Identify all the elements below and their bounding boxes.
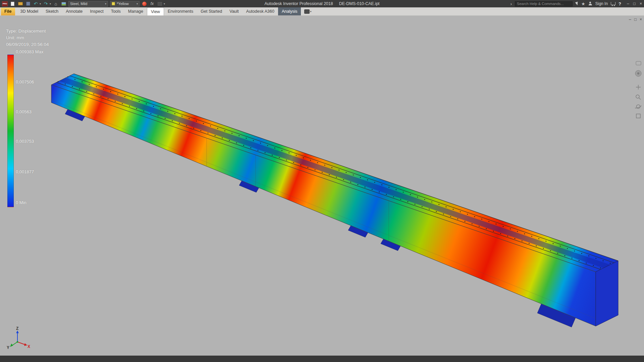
- legend-min-value: 0 Min: [16, 200, 26, 205]
- tab-get-started[interactable]: Get Started: [197, 7, 226, 15]
- appearance-sphere-icon[interactable]: [142, 1, 147, 7]
- redo-dropdown-icon[interactable]: ▾: [50, 2, 51, 5]
- fea-scene: Z Y X: [0, 16, 644, 356]
- triad-x-label: X: [28, 344, 30, 349]
- document-window-controls: – □ ×: [629, 17, 642, 22]
- legend-tick: 0,007506: [16, 79, 34, 84]
- sign-in-button[interactable]: Sign In: [595, 1, 608, 6]
- zoom-icon: [636, 95, 639, 98]
- tab-manage[interactable]: Manage: [124, 7, 147, 15]
- maximize-button[interactable]: □: [633, 1, 636, 6]
- triad-y-label: Y: [7, 345, 9, 350]
- look-at-icon: [636, 114, 640, 118]
- window-controls: – □ ×: [627, 1, 642, 6]
- new-file-icon[interactable]: [10, 1, 15, 7]
- search-expand-icon[interactable]: ›: [511, 1, 512, 6]
- triad-z-label: Z: [16, 326, 18, 331]
- doc-close-button[interactable]: ×: [640, 17, 642, 22]
- legend-unit: Unit: mm: [6, 35, 49, 41]
- legend-color-bar: [7, 55, 14, 207]
- flange-seam: [51, 100, 596, 318]
- tab-environments[interactable]: Environments: [164, 7, 197, 15]
- tab-vault[interactable]: Vault: [226, 7, 243, 15]
- doc-restore-button[interactable]: □: [634, 17, 637, 22]
- tab-analysis[interactable]: Analysis: [278, 7, 301, 15]
- orientation-triad: Z Y X: [7, 326, 30, 350]
- user-icon[interactable]: [588, 2, 592, 6]
- help-icon[interactable]: ?: [619, 1, 621, 6]
- tab-autodesk-a360[interactable]: Autodesk A360: [243, 7, 278, 15]
- model-viewport[interactable]: – □ × Type: Displacement Unit: mm 06/09/…: [0, 16, 644, 356]
- save-icon[interactable]: [25, 1, 31, 7]
- document-title: DE-DMS-010-CAE.ipt: [339, 1, 380, 6]
- beam-back-edge: [74, 74, 618, 261]
- rail-line: [56, 82, 601, 269]
- status-bar: [0, 356, 644, 362]
- rail-channel: [59, 78, 610, 268]
- tab-3d-model[interactable]: 3D Model: [17, 7, 42, 15]
- inventor-logo-icon[interactable]: PRO: [2, 1, 8, 6]
- pan-icon: [636, 85, 641, 89]
- legend-timestamp: 06/09/2019, 20:56:04: [6, 41, 49, 48]
- minimize-button[interactable]: –: [627, 1, 629, 6]
- legend-header: Type: Displacement Unit: mm 06/09/2019, …: [6, 28, 49, 48]
- color-swatch-icon: [112, 2, 115, 5]
- color-caret-icon: ▾: [137, 2, 138, 5]
- color-value: *Yellow: [117, 2, 129, 6]
- render-icon[interactable]: [61, 1, 66, 7]
- color-dropdown[interactable]: *Yellow ▾: [110, 1, 140, 7]
- window-title: Autodesk Inventor Professional 2018 DE-D…: [264, 1, 379, 6]
- app-store-cart-icon[interactable]: [611, 2, 615, 5]
- beam-front-face: [51, 85, 596, 326]
- rail-line: [70, 76, 614, 263]
- beam-model: [51, 74, 618, 327]
- home-view-icon[interactable]: ⌂: [53, 1, 59, 7]
- tab-tools[interactable]: Tools: [107, 7, 124, 15]
- quick-access-toolbar: PRO ↶ ▾ ↷ ▾ ⌂ Steel, Mild ▾ *Yellow ▾ fx…: [2, 1, 165, 7]
- close-button[interactable]: ×: [640, 1, 642, 6]
- legend-tick: 0,00563: [16, 109, 32, 114]
- search-input[interactable]: [515, 1, 573, 6]
- parameters-fx-icon[interactable]: fx: [149, 1, 155, 7]
- nav-options-icon: [636, 61, 641, 65]
- material-dropdown[interactable]: Steel, Mild ▾: [68, 1, 108, 7]
- result-legend: Type: Displacement Unit: mm 06/09/2019, …: [0, 16, 91, 230]
- visibility-icon[interactable]: [304, 9, 310, 14]
- ribbon-extra-tools: ▾: [304, 7, 311, 15]
- titlebar: PRO ↶ ▾ ↷ ▾ ⌂ Steel, Mild ▾ *Yellow ▾ fx…: [0, 0, 644, 7]
- beam-end-cap: [596, 261, 618, 326]
- ribbon-tab-bar: File 3D Model Sketch Annotate Inspect To…: [0, 7, 644, 16]
- tab-inspect[interactable]: Inspect: [86, 7, 107, 15]
- tab-file[interactable]: File: [1, 8, 15, 15]
- doc-minimize-button[interactable]: –: [629, 17, 631, 22]
- legend-result-type: Type: Displacement: [6, 28, 49, 35]
- navigation-toolbar[interactable]: [635, 61, 641, 118]
- redo-icon[interactable]: ↷: [43, 1, 49, 7]
- material-caret-icon: ▾: [105, 2, 106, 5]
- undo-icon[interactable]: ↶: [33, 1, 39, 7]
- undo-dropdown-icon[interactable]: ▾: [40, 2, 41, 5]
- ribbon-extra-caret-icon[interactable]: ▾: [310, 10, 311, 13]
- measure-icon[interactable]: [157, 1, 163, 7]
- tab-sketch[interactable]: Sketch: [42, 7, 62, 15]
- app-title: Autodesk Inventor Professional 2018: [264, 1, 333, 6]
- qat-customize-icon[interactable]: ▾: [164, 2, 165, 5]
- tab-annotate[interactable]: Annotate: [62, 7, 86, 15]
- legend-tick: 0,003753: [16, 139, 34, 144]
- favorites-star-icon[interactable]: ★: [581, 1, 585, 6]
- legend-tick: 0,001877: [16, 169, 34, 174]
- tab-view[interactable]: View: [147, 7, 164, 15]
- open-file-icon[interactable]: [17, 1, 23, 7]
- legend-max-value: 0,009383 Max: [16, 49, 43, 54]
- titlebar-right: › ★ Sign In ? – □ ×: [511, 1, 642, 6]
- material-value: Steel, Mild: [70, 2, 87, 6]
- command-cursor-icon[interactable]: [575, 2, 579, 6]
